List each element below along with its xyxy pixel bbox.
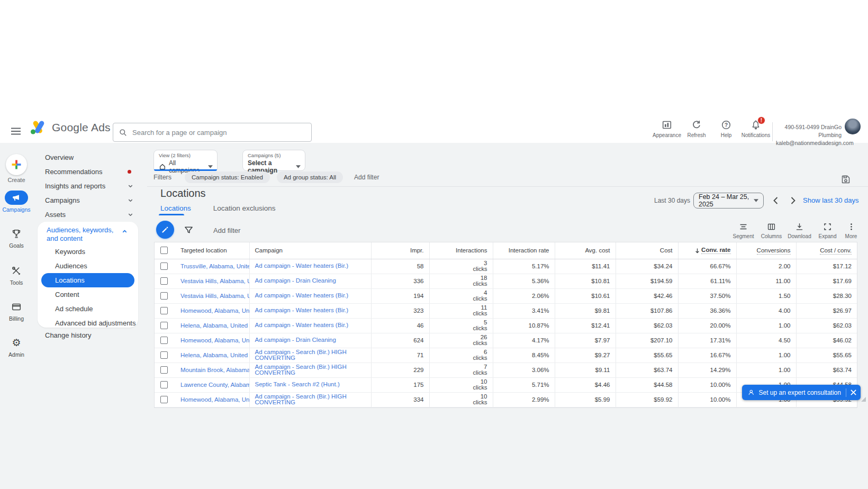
targeted-location-link[interactable]: Vestavia Hills, Alabama, United S.. xyxy=(180,293,249,299)
help-button[interactable]: ?Help xyxy=(711,120,741,138)
edit-button[interactable] xyxy=(156,221,174,239)
appearance-button[interactable]: Appearance xyxy=(652,120,682,138)
targeted-location-link[interactable]: Helena, Alabama, United States xyxy=(180,322,249,329)
row-checkbox[interactable] xyxy=(160,307,168,314)
global-search[interactable] xyxy=(113,123,312,142)
download-button[interactable]: Download xyxy=(785,222,813,239)
sidebar-item-recommendations[interactable]: Recommendations xyxy=(36,165,139,179)
header-campaign[interactable]: Campaign xyxy=(249,242,371,259)
campaign-dropdown[interactable]: Campaigns (5) Select a campaign xyxy=(242,150,305,171)
campaign-link[interactable]: Septic Tank - Search #2 (Hunt.) xyxy=(255,381,340,387)
segment-button[interactable]: Segment xyxy=(729,222,757,239)
more-button[interactable]: More xyxy=(842,222,861,239)
save-icon[interactable] xyxy=(840,174,851,185)
row-checkbox[interactable] xyxy=(160,337,168,344)
sidebar-item-advanced-bid-adjustments[interactable]: Advanced bid adjustments xyxy=(38,316,138,330)
header-cost-per-conv[interactable]: Cost / conv. xyxy=(796,242,857,259)
refresh-button[interactable]: Refresh xyxy=(682,120,711,138)
row-checkbox[interactable] xyxy=(160,277,168,285)
view-dropdown[interactable]: View (2 filters) All campaigns xyxy=(153,150,218,171)
sidebar-item-insights-and-reports[interactable]: Insights and reports xyxy=(36,179,139,193)
header-interactions[interactable]: Interactions xyxy=(429,242,493,259)
previous-period-button[interactable] xyxy=(770,195,782,206)
header-interaction-rate[interactable]: Interaction rate xyxy=(493,242,555,259)
add-filter-link[interactable]: Add filter xyxy=(354,174,379,181)
expert-consultation-banner[interactable]: Set up an expert consultation xyxy=(742,385,861,400)
menu-icon[interactable] xyxy=(10,125,22,138)
campaign-link[interactable]: Ad campaign - Search (Bir.) HIGH CONVERT… xyxy=(255,349,347,361)
sidebar-item-ad-schedule[interactable]: Ad schedule xyxy=(38,302,138,316)
sidebar-item-overview[interactable]: Overview xyxy=(36,150,139,165)
targeted-location-link[interactable]: Homewood, Alabama, United Sta.. xyxy=(180,307,249,314)
sidenav-item-audiences-keywords-content[interactable]: Audiences, keywords, and content xyxy=(38,222,138,244)
campaign-link[interactable]: Ad campaign - Drain Cleaning xyxy=(255,277,336,284)
row-checkbox[interactable] xyxy=(160,292,168,300)
select-all-checkbox[interactable] xyxy=(160,247,168,254)
interaction-rate-value: 5.71% xyxy=(493,377,555,392)
toolbar-add-filter[interactable]: Add filter xyxy=(213,227,240,234)
targeted-location-link[interactable]: Homewood, Alabama, United Sta.. xyxy=(180,396,249,403)
cost-value: $107.86 xyxy=(616,303,678,318)
sidebar-item-assets[interactable]: Assets xyxy=(36,207,139,222)
rail-item-billing[interactable]: Billing xyxy=(0,300,33,322)
header-avg-cost[interactable]: Avg. cost xyxy=(555,242,616,259)
table-row: Homewood, Alabama, United Sta.. Ad campa… xyxy=(155,333,857,348)
row-checkbox[interactable] xyxy=(160,322,168,329)
notifications-button[interactable]: !Notifications xyxy=(741,120,771,138)
expand-button[interactable]: Expand xyxy=(813,222,842,239)
filter-chip[interactable]: Ad group status: All xyxy=(277,171,343,183)
campaign-link[interactable]: Ad campaign - Drain Cleaning xyxy=(255,337,336,343)
header-targeted-location[interactable]: Targeted location xyxy=(175,242,249,259)
row-checkbox[interactable] xyxy=(160,262,168,270)
columns-button[interactable]: Columns xyxy=(757,222,785,239)
sidebar-item-campaigns[interactable]: Campaigns xyxy=(36,193,139,207)
sidebar-item-keywords[interactable]: Keywords xyxy=(38,245,138,259)
rail-item-tools[interactable]: Tools xyxy=(0,264,33,286)
close-icon[interactable] xyxy=(846,385,861,400)
sidebar-item-audiences[interactable]: Audiences xyxy=(38,259,138,273)
campaign-link[interactable]: Ad campaign - Water heaters (Bir.) xyxy=(255,307,349,313)
tab-location-exclusions[interactable]: Location exclusions xyxy=(213,204,276,212)
sidebar-item-change-history[interactable]: Change history xyxy=(45,331,91,339)
rail-item-admin[interactable]: ⚙Admin xyxy=(0,336,33,358)
filter-chip[interactable]: Campaign status: Enabled xyxy=(185,171,270,183)
search-input[interactable] xyxy=(132,129,306,137)
targeted-location-link[interactable]: Helena, Alabama, United States xyxy=(180,352,249,358)
targeted-location-link[interactable]: Mountain Brook, Alabama, Unite.. xyxy=(180,367,249,373)
conv-rate-value: 37.50% xyxy=(678,288,736,303)
targeted-location-link[interactable]: Homewood, Alabama, United Sta.. xyxy=(180,337,249,343)
targeted-location-link[interactable]: Vestavia Hills, Alabama, United S.. xyxy=(180,278,249,284)
show-last-30-days-link[interactable]: Show last 30 days xyxy=(803,196,859,204)
interaction-rate-value: 3.41% xyxy=(493,303,555,318)
sidebar-item-content[interactable]: Content xyxy=(38,287,138,302)
campaign-link[interactable]: Ad campaign - Search (Bir.) HIGH CONVERT… xyxy=(255,393,347,406)
interaction-rate-value: 8.45% xyxy=(493,348,555,363)
campaign-link[interactable]: Ad campaign - Search (Bir.) HIGH CONVERT… xyxy=(255,364,347,376)
filter-icon[interactable] xyxy=(184,225,194,235)
sidebar-item-locations[interactable]: Locations xyxy=(41,273,134,287)
create-button[interactable] xyxy=(6,154,27,175)
next-period-button[interactable] xyxy=(787,195,799,206)
appearance-icon xyxy=(662,120,672,130)
targeted-location-link[interactable]: Lawrence County, Alabama, Unit.. xyxy=(180,382,249,388)
header-cost[interactable]: Cost xyxy=(616,242,678,259)
campaign-link[interactable]: Ad campaign - Water heaters (Bir.) xyxy=(255,292,349,298)
date-range-picker[interactable]: Feb 24 – Mar 25, 2025 xyxy=(693,193,764,209)
rail-item-goals[interactable]: Goals xyxy=(0,227,33,249)
targeted-location-link[interactable]: Trussville, Alabama, United States xyxy=(180,263,249,269)
tab-locations[interactable]: Locations xyxy=(160,204,191,212)
avatar[interactable] xyxy=(845,119,861,134)
sidebar-item-label: Assets xyxy=(45,211,66,219)
campaign-link[interactable]: Ad campaign - Water heaters (Bir.) xyxy=(255,322,349,328)
header-conversions[interactable]: Conversions xyxy=(736,242,796,259)
interaction-rate-value: 4.17% xyxy=(493,333,555,348)
header-conv-rate[interactable]: Conv. rate xyxy=(678,242,736,259)
row-checkbox[interactable] xyxy=(160,351,168,359)
row-checkbox[interactable] xyxy=(160,396,168,403)
row-checkbox[interactable] xyxy=(160,366,168,374)
row-checkbox[interactable] xyxy=(160,381,168,388)
account-info[interactable]: 490-591-0499 DrainGo Plumbing kaleb@nati… xyxy=(776,123,842,147)
campaign-link[interactable]: Ad campaign - Water heaters (Bir.) xyxy=(255,262,349,269)
header-impressions[interactable]: Impr. xyxy=(371,242,429,259)
rail-item-campaigns[interactable]: Campaigns xyxy=(0,191,33,213)
